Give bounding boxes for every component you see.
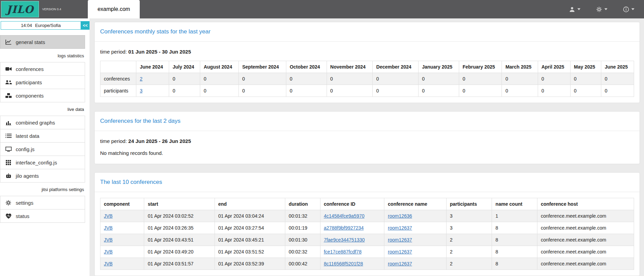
sidebar-item-interface-config-js[interactable]: interface_config.js xyxy=(0,156,85,169)
table-cell: 0 xyxy=(373,73,419,85)
table-link[interactable]: room12637 xyxy=(388,225,412,231)
table-link[interactable]: room12637 xyxy=(388,261,412,266)
table-link[interactable]: JVB xyxy=(104,261,113,266)
table-cell: 8 xyxy=(492,258,537,270)
table-row: JVB01 Apr 2024 03:49:2001 Apr 2024 03:51… xyxy=(100,246,634,258)
table-cell: 0 xyxy=(570,85,601,97)
sidebar-item-settings[interactable]: settings xyxy=(0,196,85,209)
table-cell: 0 xyxy=(169,85,200,97)
card-last-2-days: Conferences for the last 2 days time per… xyxy=(94,111,640,164)
column-header: July 2024 xyxy=(169,61,200,73)
table-header-row: componentstartenddurationconference IDco… xyxy=(100,198,634,210)
table-link[interactable]: 7fae9ce344751330 xyxy=(324,237,365,243)
table-cell: 0 xyxy=(169,73,200,85)
table-cell: 0 xyxy=(538,85,570,97)
chevron-down-icon xyxy=(631,8,634,10)
sidebar-item-general-stats[interactable]: general stats xyxy=(0,35,85,49)
sidebar-item-components[interactable]: components xyxy=(0,89,85,102)
table-link[interactable]: room12637 xyxy=(388,237,412,243)
sidebar-item-status[interactable]: status xyxy=(0,209,85,223)
sidebar: 14:04 Europe/Sofia << general stats logs… xyxy=(0,18,90,276)
card-header: Conferences for the last 2 days xyxy=(95,112,640,131)
sidebar-item-participants[interactable]: participants xyxy=(0,75,85,89)
users-icon xyxy=(5,80,12,85)
table-cell: JVB xyxy=(100,210,144,222)
robot-icon xyxy=(5,173,12,178)
chevron-down-icon xyxy=(604,8,607,10)
info-icon xyxy=(623,6,629,12)
table-cell: 8 xyxy=(492,222,537,234)
sidebar-item-label: jilo agents xyxy=(16,173,39,179)
sidebar-item-label: status xyxy=(16,213,29,219)
list-icon xyxy=(5,133,12,138)
sidebar-item-latest-data[interactable]: latest data xyxy=(0,129,85,143)
tab-example-com[interactable]: example.com xyxy=(88,0,139,18)
table-cell: 2 xyxy=(136,73,169,85)
table-link[interactable]: JVB xyxy=(104,225,113,231)
card-title-monthly-stats: Conferences monthly stats for the last y… xyxy=(100,28,634,35)
sidebar-section-logs-statistics: logs statistics xyxy=(0,49,90,62)
sidebar-item-label: combined graphs xyxy=(16,120,55,126)
table-cell: 8 xyxy=(492,246,537,258)
table-cell: 00:00:42 xyxy=(285,258,320,270)
table-cell: 01 Apr 2024 03:45:21 xyxy=(215,234,285,246)
card-title-last-2-days: Conferences for the last 2 days xyxy=(100,118,634,125)
card-last-10-conferences: The last 10 conferences componentstarten… xyxy=(94,172,640,276)
time-period-value: 24 Jun 2025 - 26 Jun 2025 xyxy=(128,138,191,144)
column-header xyxy=(100,61,136,73)
sidebar-collapse-button[interactable]: << xyxy=(81,21,90,30)
info-menu[interactable] xyxy=(623,6,634,12)
table-cell: 0 xyxy=(459,85,502,97)
table-link[interactable]: room12637 xyxy=(388,249,412,255)
table-cell: 0 xyxy=(502,85,538,97)
table-cell: conference.meet.example.com xyxy=(537,246,634,258)
sidebar-item-config-js[interactable]: config.js xyxy=(0,142,85,156)
card-body: time period: 01 Jun 2025 - 30 Jun 2025 J… xyxy=(95,42,640,103)
table-link[interactable]: 2 xyxy=(140,76,142,82)
settings-menu[interactable] xyxy=(596,6,607,12)
table-cell: 0 xyxy=(286,73,327,85)
column-header: conference name xyxy=(384,198,446,210)
table-link[interactable]: JVB xyxy=(104,249,113,255)
column-header: November 2024 xyxy=(327,61,373,73)
table-cell: conference.meet.example.com xyxy=(537,258,634,270)
table-cell: 01 Apr 2024 03:27:54 xyxy=(215,222,285,234)
table-link[interactable]: JVB xyxy=(104,213,113,219)
sidebar-item-jilo-agents[interactable]: jilo agents xyxy=(0,169,85,183)
monitor-icon xyxy=(5,147,12,152)
table-cell: 01 Apr 2024 03:51:57 xyxy=(144,258,215,270)
table-cell: 7fae9ce344751330 xyxy=(320,234,384,246)
video-camera-icon xyxy=(5,67,12,71)
grid-icon xyxy=(5,160,12,165)
table-cell: room12637 xyxy=(384,222,446,234)
table-link[interactable]: 8c116568f5201f28 xyxy=(324,261,363,266)
table-link[interactable]: JVB xyxy=(104,237,113,243)
table-link[interactable]: fce17ce887fcdf78 xyxy=(324,249,362,255)
user-icon xyxy=(569,6,575,12)
table-cell: 0 xyxy=(538,73,570,85)
table-link[interactable]: 4c14584fce9a5970 xyxy=(324,213,365,219)
table-link[interactable]: 3 xyxy=(140,88,142,93)
table-cell: 0 xyxy=(200,73,239,85)
clock-row: 14:04 Europe/Sofia << xyxy=(1,21,90,30)
clock: 14:04 Europe/Sofia xyxy=(1,21,81,30)
sidebar-item-conferences[interactable]: conferences xyxy=(0,62,85,76)
table-cell: 4c14584fce9a5970 xyxy=(320,210,384,222)
column-header: February 2025 xyxy=(459,61,502,73)
sidebar-nav: general stats logs statistics conference… xyxy=(0,35,90,223)
table-cell: 2 xyxy=(446,234,492,246)
table-cell: room12637 xyxy=(384,234,446,246)
sidebar-item-combined-graphs[interactable]: combined graphs xyxy=(0,116,85,129)
column-header: January 2025 xyxy=(419,61,459,73)
heart-pulse-icon xyxy=(5,214,12,219)
table-cell: 00:01:32 xyxy=(285,210,320,222)
table-link[interactable]: a2788f9bf9927234 xyxy=(324,225,364,231)
cubes-icon xyxy=(5,93,12,98)
user-menu[interactable] xyxy=(569,6,580,12)
column-header: name count xyxy=(492,198,537,210)
table-cell: 01 Apr 2024 03:26:35 xyxy=(144,222,215,234)
table-link[interactable]: room12636 xyxy=(388,213,412,219)
table-row: JVB01 Apr 2024 03:51:5701 Apr 2024 03:52… xyxy=(100,258,634,270)
app-logo[interactable]: JILO xyxy=(1,1,39,17)
table-cell: participants xyxy=(100,85,136,97)
